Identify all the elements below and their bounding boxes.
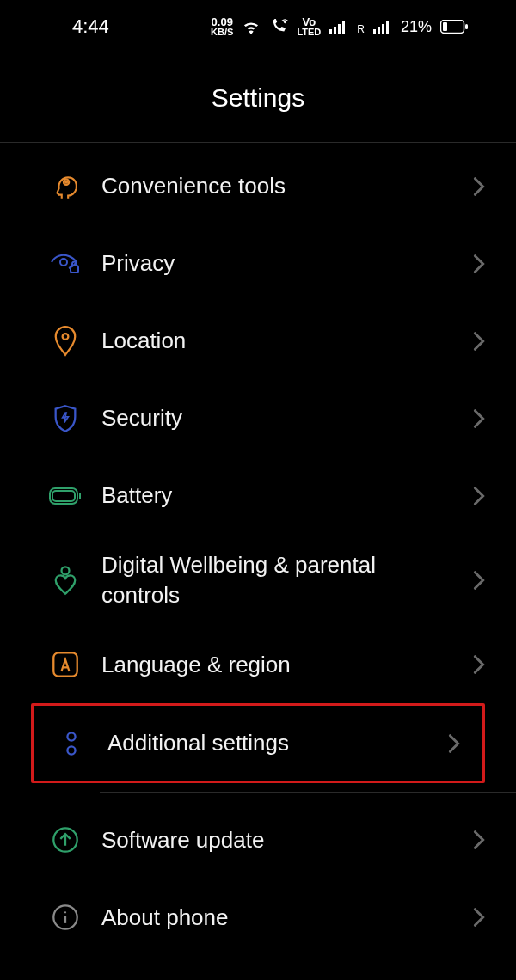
page-title: Settings bbox=[212, 83, 304, 113]
chevron-right-icon bbox=[468, 907, 490, 928]
signal-icon bbox=[329, 19, 348, 34]
svg-rect-0 bbox=[329, 29, 332, 34]
svg-point-22 bbox=[67, 746, 75, 754]
chevron-right-icon bbox=[468, 331, 490, 352]
svg-point-13 bbox=[60, 259, 67, 266]
item-privacy[interactable]: Privacy bbox=[0, 225, 516, 303]
item-label: Battery bbox=[89, 481, 468, 511]
svg-point-19 bbox=[62, 567, 70, 574]
svg-rect-4 bbox=[373, 29, 376, 34]
dots-icon bbox=[47, 730, 95, 757]
battery-pct: 21% bbox=[401, 18, 432, 36]
svg-point-15 bbox=[63, 334, 69, 340]
item-about-phone[interactable]: About phone bbox=[0, 879, 516, 956]
wifi-icon bbox=[242, 19, 261, 34]
status-right: 0.09 KB/S Vo LTED R 21% bbox=[211, 16, 468, 37]
page-header: Settings bbox=[0, 53, 516, 143]
battery-icon bbox=[440, 20, 468, 34]
chevron-right-icon bbox=[468, 830, 490, 850]
person-heart-icon bbox=[41, 565, 89, 596]
item-label: Security bbox=[89, 403, 468, 433]
chevron-right-icon bbox=[468, 486, 490, 506]
item-label: Additional settings bbox=[95, 728, 443, 758]
svg-rect-5 bbox=[378, 27, 380, 34]
eye-lock-icon bbox=[41, 252, 89, 276]
svg-rect-2 bbox=[338, 24, 341, 34]
language-icon bbox=[41, 651, 89, 678]
svg-rect-9 bbox=[443, 22, 447, 31]
status-bar: 4:44 0.09 KB/S Vo LTED R 21% bbox=[0, 0, 516, 53]
item-convenience-tools[interactable]: Convenience tools bbox=[0, 148, 516, 225]
item-label: Convenience tools bbox=[89, 171, 468, 201]
svg-rect-3 bbox=[342, 21, 345, 34]
call-wifi-icon bbox=[269, 19, 288, 34]
item-label: Location bbox=[89, 326, 468, 356]
chevron-right-icon bbox=[468, 570, 490, 591]
head-icon bbox=[41, 172, 89, 201]
item-security[interactable]: Security bbox=[0, 380, 516, 457]
svg-rect-17 bbox=[52, 491, 75, 501]
svg-point-21 bbox=[67, 732, 75, 740]
svg-rect-20 bbox=[53, 652, 77, 676]
svg-rect-18 bbox=[79, 493, 81, 499]
item-language-region[interactable]: Language & region bbox=[0, 626, 516, 703]
item-location[interactable]: Location bbox=[0, 303, 516, 380]
chevron-right-icon bbox=[443, 733, 465, 754]
item-battery[interactable]: Battery bbox=[0, 457, 516, 535]
signal-icon-2 bbox=[373, 19, 392, 34]
chevron-right-icon bbox=[468, 254, 490, 274]
signal-r: R bbox=[357, 23, 365, 35]
section-divider bbox=[100, 792, 516, 793]
location-pin-icon bbox=[41, 326, 89, 357]
svg-point-12 bbox=[65, 181, 67, 183]
item-label: Language & region bbox=[89, 650, 468, 680]
item-label: Digital Wellbeing & parental controls bbox=[89, 550, 468, 610]
chevron-right-icon bbox=[468, 176, 490, 197]
item-label: About phone bbox=[89, 903, 468, 933]
item-label: Privacy bbox=[89, 248, 468, 279]
svg-rect-7 bbox=[386, 21, 389, 34]
info-icon bbox=[41, 903, 89, 931]
item-digital-wellbeing[interactable]: Digital Wellbeing & parental controls bbox=[0, 535, 516, 626]
battery-icon bbox=[41, 487, 89, 505]
svg-rect-6 bbox=[382, 24, 384, 34]
chevron-right-icon bbox=[468, 408, 490, 429]
svg-point-25 bbox=[64, 911, 66, 913]
settings-list: Convenience tools Privacy Location Secur… bbox=[0, 143, 516, 956]
svg-rect-10 bbox=[465, 24, 468, 29]
item-software-update[interactable]: Software update bbox=[0, 801, 516, 879]
chevron-right-icon bbox=[468, 654, 490, 675]
item-additional-settings[interactable]: Additional settings bbox=[31, 703, 485, 783]
volte-indicator: Vo LTED bbox=[297, 16, 321, 37]
svg-rect-1 bbox=[334, 27, 336, 34]
net-speed: 0.09 KB/S bbox=[211, 16, 233, 37]
status-time: 4:44 bbox=[72, 15, 109, 38]
update-arrow-icon bbox=[41, 826, 89, 854]
item-label: Software update bbox=[89, 825, 468, 855]
shield-icon bbox=[41, 404, 89, 433]
